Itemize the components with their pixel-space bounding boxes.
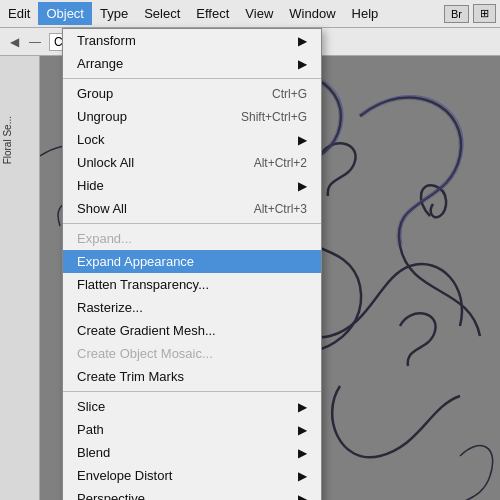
menu-effect[interactable]: Effect [188,2,237,25]
submenu-arrow: ▶ [298,446,307,460]
menu-item-perspective[interactable]: Perspective ▶ [63,487,321,500]
submenu-arrow: ▶ [298,57,307,71]
separator-3 [63,391,321,392]
menu-item-ungroup[interactable]: Ungroup Shift+Ctrl+G [63,105,321,128]
separator-2 [63,223,321,224]
menu-item-group[interactable]: Group Ctrl+G [63,82,321,105]
menu-item-slice[interactable]: Slice ▶ [63,395,321,418]
submenu-arrow: ▶ [298,133,307,147]
submenu-arrow: ▶ [298,34,307,48]
menu-item-flatten-transparency[interactable]: Flatten Transparency... [63,273,321,296]
object-dropdown-menu: Transform ▶ Arrange ▶ Group Ctrl+G Ungro… [62,28,322,500]
bridge-button[interactable]: Br [444,5,469,23]
menu-object[interactable]: Object [38,2,92,25]
submenu-arrow: ▶ [298,400,307,414]
menu-item-show-all[interactable]: Show All Alt+Ctrl+3 [63,197,321,220]
tools-panel: Floral Se... [0,56,40,500]
menu-item-rasterize[interactable]: Rasterize... [63,296,321,319]
submenu-arrow: ▶ [298,423,307,437]
menu-edit[interactable]: Edit [0,2,38,25]
submenu-arrow: ▶ [298,179,307,193]
menu-item-path[interactable]: Path ▶ [63,418,321,441]
panel-label: Floral Se... [2,116,13,164]
menu-item-lock[interactable]: Lock ▶ [63,128,321,151]
menu-item-gradient-mesh[interactable]: Create Gradient Mesh... [63,319,321,342]
arrow-back: ◀ [4,35,25,49]
workspace-button[interactable]: ⊞ [473,4,496,23]
menu-window[interactable]: Window [281,2,343,25]
menu-item-hide[interactable]: Hide ▶ [63,174,321,197]
brush-icon: — [29,35,41,49]
separator-1 [63,78,321,79]
menu-item-expand-appearance[interactable]: Expand Appearance [63,250,321,273]
menu-item-transform[interactable]: Transform ▶ [63,29,321,52]
menu-help[interactable]: Help [344,2,387,25]
submenu-arrow: ▶ [298,492,307,501]
menu-type[interactable]: Type [92,2,136,25]
menu-item-object-mosaic: Create Object Mosaic... [63,342,321,365]
menu-item-expand: Expand... [63,227,321,250]
menu-bar: Edit Object Type Select Effect View Wind… [0,0,500,28]
menu-item-trim-marks[interactable]: Create Trim Marks [63,365,321,388]
menu-item-unlock-all[interactable]: Unlock All Alt+Ctrl+2 [63,151,321,174]
submenu-arrow: ▶ [298,469,307,483]
menu-item-blend[interactable]: Blend ▶ [63,441,321,464]
menu-item-arrange[interactable]: Arrange ▶ [63,52,321,75]
menu-select[interactable]: Select [136,2,188,25]
menu-view[interactable]: View [237,2,281,25]
menu-item-envelope-distort[interactable]: Envelope Distort ▶ [63,464,321,487]
